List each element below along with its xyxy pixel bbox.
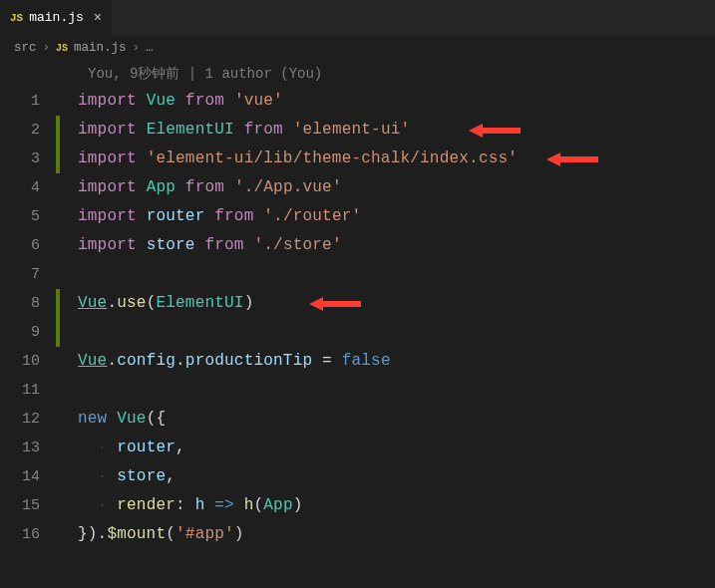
- line-number: 7: [0, 266, 56, 283]
- line-number: 6: [0, 237, 56, 254]
- code-content: import store from './store': [78, 231, 342, 260]
- gutter: [56, 520, 60, 549]
- code-line[interactable]: 16 }).$mount('#app'): [0, 520, 715, 549]
- code-content: import Vue from 'vue': [78, 87, 283, 116]
- gutter: [56, 434, 60, 462]
- code-content: import App from './App.vue': [78, 173, 342, 202]
- svg-marker-0: [469, 124, 521, 138]
- gutter-modified: [56, 145, 60, 173]
- line-number: 11: [0, 382, 56, 399]
- gutter: [56, 173, 60, 202]
- svg-marker-1: [546, 152, 598, 166]
- line-number: 12: [0, 411, 56, 428]
- chevron-right-icon: ›: [133, 41, 141, 55]
- tab-label: main.js: [29, 10, 84, 25]
- code-line[interactable]: 6 import store from './store': [0, 231, 715, 260]
- code-content: · store,: [78, 462, 176, 491]
- code-line[interactable]: 4 import App from './App.vue': [0, 173, 715, 202]
- breadcrumb-src[interactable]: src: [14, 41, 37, 55]
- chevron-right-icon: ›: [43, 41, 51, 55]
- gutter: [56, 87, 60, 116]
- arrow-icon: [469, 123, 521, 139]
- svg-marker-2: [309, 297, 361, 311]
- arrow-icon: [546, 151, 598, 167]
- line-number: 10: [0, 353, 56, 370]
- code-line[interactable]: 10 Vue.config.productionTip = false: [0, 347, 715, 376]
- line-number: 15: [0, 497, 56, 514]
- code-line[interactable]: 11: [0, 376, 715, 405]
- gutter-modified: [56, 289, 60, 318]
- code-content: · render: h => h(App): [78, 491, 303, 520]
- code-line[interactable]: 5 import router from './router': [0, 202, 715, 231]
- code-line[interactable]: 12 new Vue({: [0, 405, 715, 434]
- gutter: [56, 260, 60, 289]
- js-icon: JS: [10, 12, 23, 24]
- line-number: 8: [0, 295, 56, 312]
- gutter: [56, 231, 60, 260]
- code-line[interactable]: 7: [0, 260, 715, 289]
- code-content: }).$mount('#app'): [78, 520, 244, 549]
- line-number: 1: [0, 93, 56, 110]
- gutter: [56, 376, 60, 405]
- code-line[interactable]: 9: [0, 318, 715, 347]
- line-number: 9: [0, 324, 56, 341]
- line-number: 5: [0, 208, 56, 225]
- line-number: 3: [0, 150, 56, 167]
- js-icon: JS: [56, 43, 68, 54]
- line-number: 14: [0, 468, 56, 485]
- line-number: 13: [0, 440, 56, 456]
- breadcrumb-more[interactable]: …: [146, 41, 154, 55]
- breadcrumb[interactable]: src › JS main.js › …: [0, 35, 715, 61]
- line-number: 2: [0, 122, 56, 139]
- code-line[interactable]: 3 import 'element-ui/lib/theme-chalk/ind…: [0, 145, 715, 173]
- git-blame-info: You, 9秒钟前 | 1 author (You): [0, 61, 715, 87]
- gutter-modified: [56, 116, 60, 145]
- gutter: [56, 202, 60, 231]
- breadcrumb-file[interactable]: main.js: [74, 41, 127, 55]
- close-icon[interactable]: ×: [94, 10, 102, 26]
- gutter: [56, 462, 60, 491]
- code-content: Vue.config.productionTip = false: [78, 347, 391, 376]
- gutter: [56, 347, 60, 376]
- code-line[interactable]: 2 import ElementUI from 'element-ui': [0, 116, 715, 145]
- code-line[interactable]: 13 · router,: [0, 434, 715, 462]
- gutter-modified: [56, 318, 60, 347]
- code-editor[interactable]: 1 import Vue from 'vue' 2 import Element…: [0, 87, 715, 549]
- code-content: Vue.use(ElementUI): [78, 289, 253, 318]
- code-content: import router from './router': [78, 202, 361, 231]
- code-content: import 'element-ui/lib/theme-chalk/index…: [78, 145, 518, 173]
- code-content: · router,: [78, 434, 185, 462]
- gutter: [56, 491, 60, 520]
- tab-main-js[interactable]: JS main.js ×: [0, 0, 113, 35]
- code-line[interactable]: 8 Vue.use(ElementUI): [0, 289, 715, 318]
- line-number: 16: [0, 526, 56, 543]
- arrow-icon: [309, 296, 361, 312]
- gutter: [56, 405, 60, 434]
- line-number: 4: [0, 179, 56, 196]
- code-line[interactable]: 15 · render: h => h(App): [0, 491, 715, 520]
- code-line[interactable]: 14 · store,: [0, 462, 715, 491]
- tab-bar: JS main.js ×: [0, 0, 715, 35]
- code-content: new Vue({: [78, 405, 166, 434]
- code-content: import ElementUI from 'element-ui': [78, 116, 410, 145]
- code-line[interactable]: 1 import Vue from 'vue': [0, 87, 715, 116]
